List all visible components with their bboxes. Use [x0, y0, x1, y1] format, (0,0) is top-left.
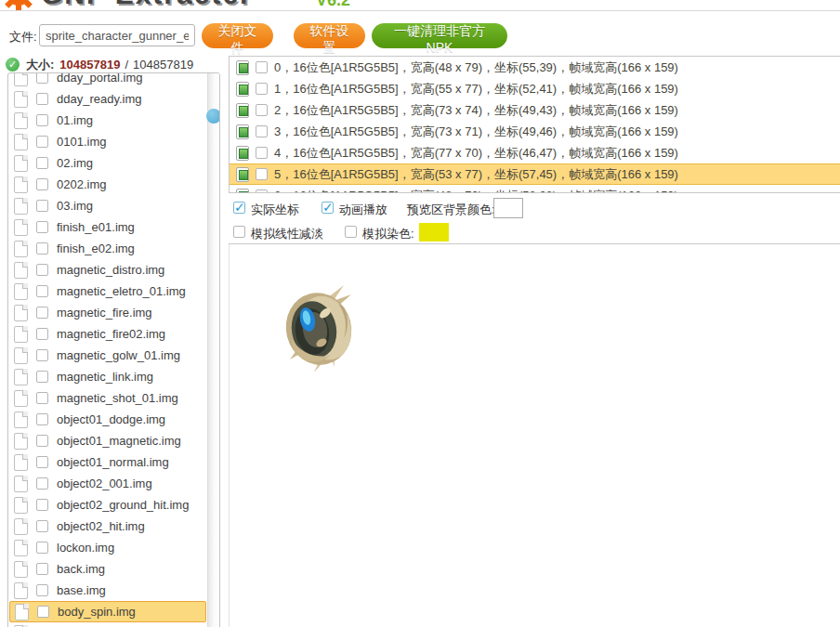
- file-checkbox[interactable]: [36, 477, 48, 490]
- file-path-input[interactable]: [39, 24, 195, 46]
- file-icon: [14, 476, 28, 492]
- frame-row[interactable]: 3，16位色[A1R5G5B5]，宽高(73 x 71)，坐标(49,46)，帧…: [230, 121, 840, 142]
- tree-item[interactable]: finish_e01.img: [9, 216, 206, 238]
- frame-row[interactable]: 2，16位色[A1R5G5B5]，宽高(73 x 74)，坐标(49,43)，帧…: [230, 99, 840, 121]
- frame-checkbox[interactable]: [256, 125, 268, 137]
- file-checkbox[interactable]: [36, 93, 48, 105]
- tree-item[interactable]: [9, 622, 206, 627]
- file-checkbox[interactable]: [36, 563, 48, 575]
- tree-item[interactable]: object02_001.img: [9, 473, 206, 494]
- tree-item[interactable]: 01.img: [9, 110, 206, 131]
- frame-checkbox[interactable]: [256, 168, 268, 180]
- file-checkbox[interactable]: [36, 435, 48, 447]
- file-checkbox[interactable]: [36, 328, 48, 340]
- tree-scrollbar[interactable]: [207, 73, 219, 627]
- frame-checkbox[interactable]: [256, 61, 268, 73]
- tree-item[interactable]: magnetic_golw_01.img: [9, 345, 206, 366]
- file-checkbox[interactable]: [36, 221, 48, 233]
- anim-play-checkbox[interactable]: [322, 202, 334, 214]
- tree-item[interactable]: magnetic_fire02.img: [9, 323, 206, 345]
- bg-color-swatch[interactable]: [493, 198, 523, 218]
- tree-item[interactable]: 03.img: [9, 195, 206, 216]
- file-name: 03.img: [57, 199, 93, 213]
- frame-row[interactable]: 1，16位色[A1R5G5B5]，宽高(55 x 77)，坐标(52,41)，帧…: [230, 78, 840, 99]
- file-icon: [14, 326, 28, 343]
- file-checkbox[interactable]: [36, 392, 48, 404]
- file-checkbox[interactable]: [36, 371, 48, 383]
- file-icon: [15, 604, 29, 620]
- file-checkbox[interactable]: [36, 413, 48, 425]
- frame-checkbox[interactable]: [256, 147, 268, 159]
- tree-item[interactable]: magnetic_distro.img: [9, 259, 206, 281]
- tree-item[interactable]: dday_ready.img: [9, 88, 206, 110]
- file-icon: [14, 241, 28, 257]
- tree-item[interactable]: 0202.img: [9, 174, 206, 195]
- tree-item[interactable]: object01_dodge.img: [9, 409, 206, 430]
- tree-item[interactable]: magnetic_eletro_01.img: [9, 281, 206, 302]
- file-name: object01_magnetic.img: [57, 434, 181, 448]
- tree-scrollbar-thumb[interactable]: [206, 109, 220, 124]
- file-name: lockon.img: [57, 541, 114, 555]
- file-checkbox[interactable]: [36, 114, 48, 126]
- file-checkbox[interactable]: [36, 136, 48, 148]
- frame-row[interactable]: 6，16位色[A1R5G5B5]，宽高(48 x 70)，坐标(58,38)，帧…: [230, 185, 840, 193]
- file-checkbox[interactable]: [36, 456, 48, 468]
- file-checkbox[interactable]: [36, 499, 48, 511]
- clean-npk-button[interactable]: 一键清理非官方NPK: [372, 23, 507, 48]
- file-icon: [14, 561, 28, 578]
- file-icon: [14, 72, 28, 86]
- tree-item[interactable]: 02.img: [9, 152, 206, 174]
- file-checkbox[interactable]: [36, 178, 48, 190]
- software-settings-button[interactable]: 软件设置: [294, 23, 365, 48]
- file-name: magnetic_golw_01.img: [57, 348, 180, 362]
- file-tree-panel: dday_portal.imgdday_ready.img01.img0101.…: [7, 72, 220, 627]
- size-label: 大小:: [26, 57, 54, 73]
- file-name: magnetic_link.img: [57, 370, 153, 384]
- file-checkbox[interactable]: [36, 520, 48, 532]
- close-file-button[interactable]: 关闭文件: [202, 23, 273, 48]
- file-checkbox[interactable]: [36, 285, 48, 297]
- file-checkbox[interactable]: [36, 242, 48, 255]
- app-version: V6.2: [316, 0, 350, 9]
- file-checkbox[interactable]: [36, 542, 48, 554]
- file-checkbox[interactable]: [37, 606, 49, 618]
- tree-item[interactable]: dday_portal.img: [9, 72, 206, 88]
- file-name: object02_ground_hit.img: [57, 498, 189, 512]
- frame-row[interactable]: 5，16位色[A1R5G5B5]，宽高(53 x 77)，坐标(57,45)，帧…: [230, 163, 840, 185]
- file-checkbox[interactable]: [36, 264, 48, 276]
- file-checkbox[interactable]: [36, 200, 48, 212]
- linear-dodge-checkbox[interactable]: [233, 226, 245, 238]
- tree-item[interactable]: magnetic_link.img: [9, 366, 206, 387]
- file-name: magnetic_fire.img: [57, 306, 152, 320]
- file-name: body_spin.img: [58, 605, 136, 619]
- frame-checkbox[interactable]: [256, 104, 268, 116]
- dye-checkbox[interactable]: [345, 226, 357, 238]
- tree-item[interactable]: object01_normal.img: [9, 451, 206, 473]
- file-checkbox[interactable]: [36, 307, 48, 319]
- tree-item[interactable]: base.img: [9, 580, 206, 601]
- tree-item[interactable]: 0101.img: [9, 131, 206, 152]
- frame-list-panel: 0，16位色[A1R5G5B5]，宽高(48 x 79)，坐标(55,39)，帧…: [229, 56, 840, 193]
- tree-item[interactable]: lockon.img: [9, 537, 206, 558]
- frame-row[interactable]: 4，16位色[A1R5G5B5]，宽高(77 x 70)，坐标(46,47)，帧…: [230, 142, 840, 163]
- frame-row[interactable]: 0，16位色[A1R5G5B5]，宽高(48 x 79)，坐标(55,39)，帧…: [230, 57, 840, 78]
- tree-item[interactable]: body_spin.img: [9, 601, 206, 622]
- file-checkbox[interactable]: [36, 157, 48, 169]
- tree-item[interactable]: magnetic_fire.img: [9, 302, 206, 323]
- actual-coords-checkbox[interactable]: [233, 202, 245, 214]
- file-checkbox[interactable]: [36, 72, 48, 84]
- anim-play-label: 动画播放: [339, 202, 387, 218]
- check-circle-icon: ✓: [6, 58, 20, 72]
- dye-color-swatch[interactable]: [419, 223, 449, 242]
- tree-item[interactable]: object02_ground_hit.img: [9, 494, 206, 516]
- frame-checkbox[interactable]: [256, 83, 268, 95]
- tree-item[interactable]: magnetic_shot_01.img: [9, 387, 206, 409]
- file-checkbox[interactable]: [36, 584, 48, 596]
- app-header: GNF Extracter V6.2: [0, 0, 840, 11]
- tree-item[interactable]: finish_e02.img: [9, 238, 206, 259]
- file-checkbox[interactable]: [36, 349, 48, 361]
- tree-item[interactable]: object01_magnetic.img: [9, 430, 206, 451]
- file-name: 0101.img: [57, 135, 106, 149]
- tree-item[interactable]: back.img: [9, 558, 206, 580]
- tree-item[interactable]: object02_hit.img: [9, 516, 206, 537]
